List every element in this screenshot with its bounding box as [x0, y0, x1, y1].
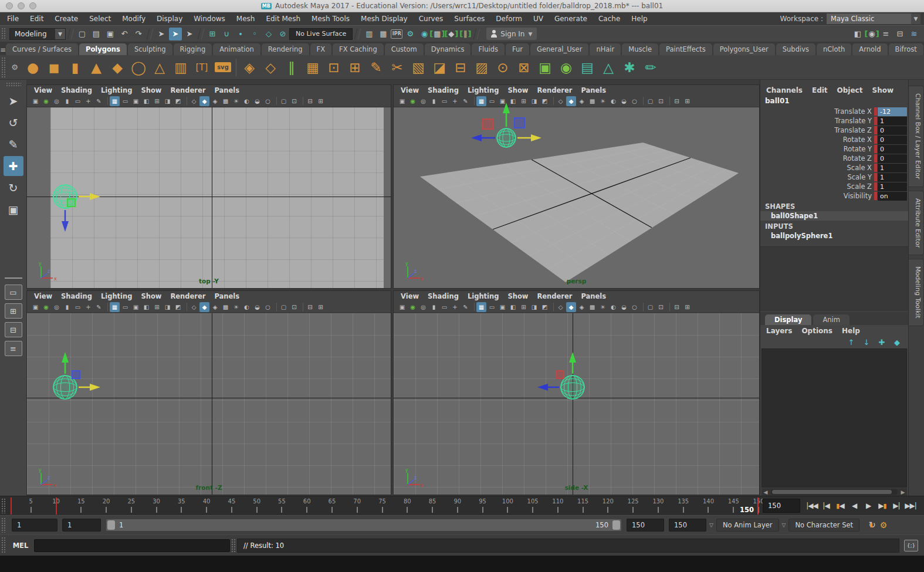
- attribute-value-field[interactable]: 1: [878, 164, 907, 172]
- material-editor-button[interactable]: ◉: [418, 28, 431, 40]
- render-view-button[interactable]: ▥: [363, 28, 375, 40]
- shadows-icon[interactable]: ◐: [608, 96, 618, 106]
- pane-layout-icon[interactable]: ⊞: [682, 96, 692, 106]
- channel-box-menu-item[interactable]: Edit: [812, 86, 828, 94]
- film-gate-icon[interactable]: ▭: [120, 96, 130, 106]
- wireframe-on-shaded-icon[interactable]: ◈: [577, 96, 587, 106]
- shelf-tab[interactable]: Arnold: [852, 43, 887, 55]
- menubar-item[interactable]: Mesh Tools: [312, 15, 350, 23]
- open-scene-button[interactable]: ▤: [90, 28, 103, 40]
- safe-action-icon[interactable]: ◨: [163, 302, 172, 312]
- layer-editor-menu-item[interactable]: Layers: [766, 327, 792, 335]
- wireframe-on-shaded-icon[interactable]: ◈: [577, 302, 587, 312]
- object-name[interactable]: ball01: [760, 96, 908, 107]
- pan-zoom-icon[interactable]: +: [450, 302, 460, 312]
- snap-to-view-plane-button[interactable]: ◇: [262, 28, 275, 40]
- select-object-mode-button[interactable]: ➤: [169, 28, 182, 40]
- viewport-menu-lighting[interactable]: Lighting: [468, 86, 499, 94]
- viewport-menu-lighting[interactable]: Lighting: [101, 86, 133, 94]
- output-operations-icon[interactable]: ‖: [459, 28, 472, 40]
- paint-weights-icon[interactable]: ✏: [640, 57, 661, 78]
- snap-to-point-button[interactable]: ∙: [234, 28, 247, 40]
- gate-mask-icon[interactable]: ◧: [141, 96, 151, 106]
- screen-space-ao-icon[interactable]: ◒: [252, 302, 262, 312]
- poly-cylinder-icon[interactable]: ▮: [65, 57, 86, 78]
- shelf-tab[interactable]: Custom: [385, 43, 424, 55]
- drag-handle[interactable]: [1, 28, 6, 40]
- chevron-down-icon[interactable]: ▽: [709, 522, 713, 528]
- viewport-menu-show[interactable]: Show: [141, 292, 161, 300]
- workspace-dropdown[interactable]: Maya Classic ▼: [827, 13, 920, 24]
- wireframe-on-shaded-icon[interactable]: ◈: [210, 96, 220, 106]
- animation-preferences-button[interactable]: ⚙: [877, 519, 890, 532]
- paint-overlay-icon[interactable]: ✎: [461, 302, 471, 312]
- render-current-frame-button[interactable]: ▦: [377, 28, 390, 40]
- layer-editor-menu-item[interactable]: Help: [842, 327, 860, 335]
- ipr-render-button[interactable]: IPR: [391, 29, 402, 39]
- tool-settings-toggle[interactable]: ⊟: [893, 28, 906, 40]
- use-all-lights-icon[interactable]: ☀: [598, 96, 608, 106]
- menubar-item[interactable]: Modify: [122, 15, 145, 23]
- viewport-side[interactable]: ViewShadingLightingShowRendererPanels ▣◉…: [393, 290, 760, 495]
- gear-icon[interactable]: ⚙: [7, 63, 22, 72]
- shelf-tab[interactable]: Rigging: [174, 43, 212, 55]
- motion-blur-icon[interactable]: ○: [263, 96, 273, 106]
- viewport-menu-show[interactable]: Show: [141, 86, 161, 94]
- shelf-tab[interactable]: Sculpting: [128, 43, 172, 55]
- viewport-menu-view[interactable]: View: [34, 86, 52, 94]
- isolate-select-icon[interactable]: ⊡: [289, 302, 299, 312]
- redo-button[interactable]: ↷: [132, 28, 145, 40]
- attribute-value-field[interactable]: 1: [878, 117, 907, 126]
- drag-handle[interactable]: [6, 82, 21, 86]
- xray-icon[interactable]: ▢: [645, 302, 655, 312]
- wireframe-icon[interactable]: ◇: [556, 302, 566, 312]
- camera-select-icon[interactable]: ▣: [397, 96, 407, 106]
- shelf-tab[interactable]: Dynamics: [425, 43, 471, 55]
- smooth-shade-icon[interactable]: ◆: [199, 302, 209, 312]
- range-start-handle[interactable]: [107, 520, 115, 530]
- resolution-gate-icon[interactable]: ▣: [497, 302, 507, 312]
- isolate-select-icon[interactable]: ⊡: [656, 302, 666, 312]
- attribute-label[interactable]: Rotate Y: [760, 145, 874, 153]
- scroll-left-icon[interactable]: ◀: [761, 489, 770, 495]
- ball-object[interactable]: [532, 346, 614, 428]
- divider[interactable]: [198, 29, 204, 39]
- save-scene-button[interactable]: ▣: [104, 28, 117, 40]
- smooth-shade-icon[interactable]: ◆: [566, 96, 576, 106]
- shelf-tab[interactable]: FX Caching: [333, 43, 384, 55]
- auto-keyframe-toggle[interactable]: ↻▮: [864, 519, 877, 532]
- gate-mask-icon[interactable]: ◧: [508, 302, 518, 312]
- use-all-lights-icon[interactable]: ☀: [598, 302, 608, 312]
- attribute-label[interactable]: Translate X: [760, 107, 874, 116]
- safe-title-icon[interactable]: ◩: [173, 302, 183, 312]
- play-forwards-button[interactable]: ▶: [861, 499, 875, 513]
- snap-to-curve-button[interactable]: ∪: [220, 28, 233, 40]
- film-gate-icon[interactable]: ▭: [120, 302, 130, 312]
- xray-icon[interactable]: ▢: [279, 96, 289, 106]
- menubar-item[interactable]: Help: [631, 15, 647, 23]
- menubar-item[interactable]: Surfaces: [454, 15, 485, 23]
- shadows-icon[interactable]: ◐: [242, 96, 252, 106]
- viewport-menu-shading[interactable]: Shading: [428, 292, 459, 300]
- channel-box-menu-item[interactable]: Channels: [766, 86, 803, 94]
- attribute-value-field[interactable]: on: [878, 192, 907, 201]
- viewport-menu-renderer[interactable]: Renderer: [170, 292, 205, 300]
- subdivide-icon[interactable]: ⊞: [344, 57, 365, 78]
- undo-button[interactable]: ↶: [118, 28, 131, 40]
- current-time-marker[interactable]: [757, 497, 759, 515]
- isolate-select-icon[interactable]: ⊡: [656, 96, 666, 106]
- ball-object[interactable]: [26, 346, 106, 428]
- scrollbar-track[interactable]: [771, 489, 898, 495]
- two-pane-layout-button[interactable]: ⊟: [5, 322, 22, 337]
- chevron-down-icon[interactable]: ▽: [782, 522, 786, 528]
- uv-editor-icon[interactable]: ▤: [577, 57, 598, 78]
- bridge-icon[interactable]: ⊟: [450, 57, 471, 78]
- paint-select-tool[interactable]: ✎: [4, 134, 23, 154]
- paint-overlay-icon[interactable]: ✎: [94, 96, 104, 106]
- textured-icon[interactable]: ▩: [587, 302, 597, 312]
- step-back-key-button[interactable]: ▮◀: [833, 499, 847, 513]
- pane-single-icon[interactable]: ⊟: [672, 96, 682, 106]
- field-chart-icon[interactable]: ⊞: [152, 302, 162, 312]
- pane-layout-icon[interactable]: ⊞: [682, 302, 692, 312]
- camera-select-icon[interactable]: ▣: [31, 96, 40, 106]
